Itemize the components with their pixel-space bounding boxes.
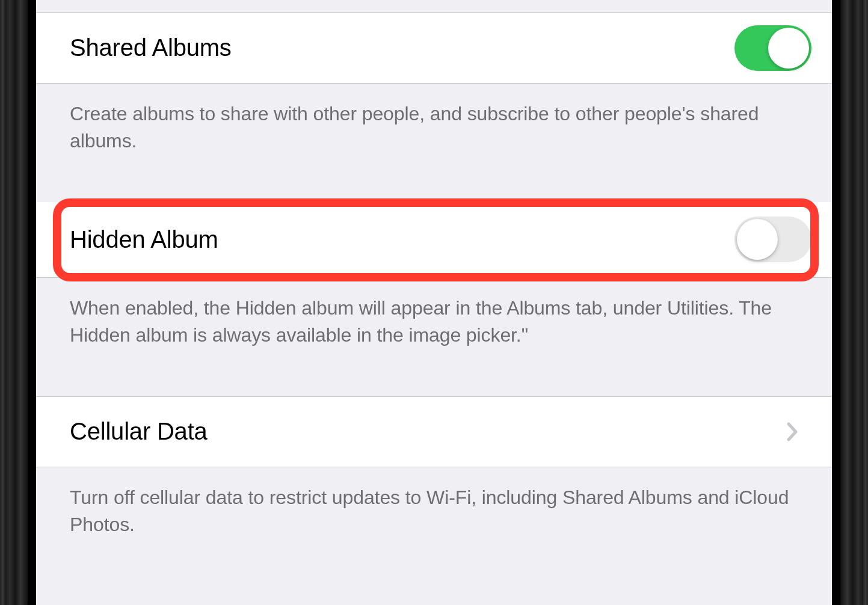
device-frame: Shared Albums Create albums to share wit… [0,0,868,605]
device-bezel-left [28,0,36,605]
cellular-data-label: Cellular Data [70,418,208,445]
hidden-album-toggle[interactable] [734,217,811,262]
section-gap [36,183,832,202]
cellular-data-footer: Turn off cellular data to restrict updat… [36,467,832,575]
device-bezel-right [832,0,840,605]
settings-screen: Shared Albums Create albums to share wit… [36,0,832,605]
shared-albums-label: Shared Albums [70,34,232,61]
section-separator-top [36,0,832,13]
chevron-right-icon [786,422,799,442]
shared-albums-toggle[interactable] [734,25,811,71]
shared-albums-footer: Create albums to share with other people… [36,84,832,183]
shared-albums-row[interactable]: Shared Albums [36,13,832,84]
cellular-data-row[interactable]: Cellular Data [36,396,832,467]
hidden-album-row[interactable]: Hidden Album [36,202,832,278]
toggle-knob [768,28,809,69]
hidden-album-label: Hidden Album [70,226,218,253]
device-rail-right [840,0,868,605]
toggle-knob [737,219,778,260]
section-gap [36,377,832,396]
hidden-album-footer: When enabled, the Hidden album will appe… [36,278,832,377]
device-rail-left [0,0,28,605]
